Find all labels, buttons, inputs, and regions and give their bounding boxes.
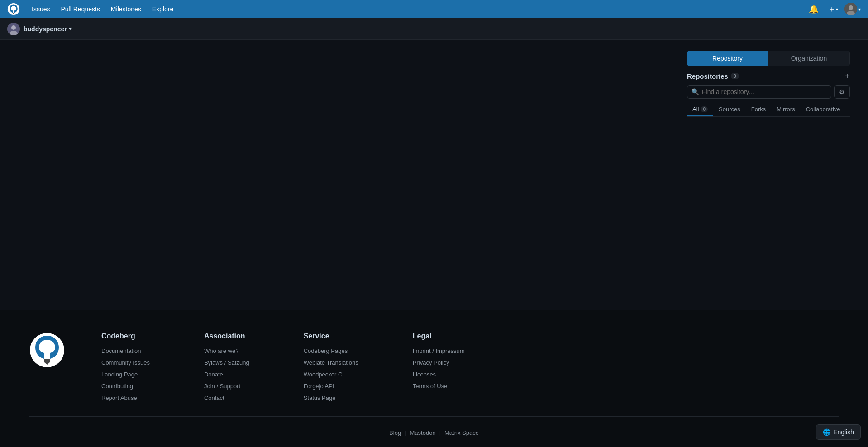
panel-tabs: Repository Organization <box>687 51 850 66</box>
footer-link-contributing[interactable]: Contributing <box>101 383 133 390</box>
footer-link-donate[interactable]: Donate <box>204 371 223 378</box>
filter-button[interactable]: ⚙ <box>834 85 850 99</box>
subtab-sources[interactable]: Sources <box>713 103 746 116</box>
topnav-links: Issues Pull Requests Milestones Explore <box>27 4 806 14</box>
footer-separator-2: | <box>439 429 441 436</box>
svg-point-2 <box>849 5 853 10</box>
nav-milestones[interactable]: Milestones <box>106 4 146 14</box>
userbar-avatar <box>7 23 20 35</box>
svg-point-5 <box>11 25 16 30</box>
bell-icon: 🔔 <box>809 4 819 14</box>
topnav-actions: 🔔 ＋ ▾ ▾ <box>806 2 861 16</box>
footer-link-woodpecker[interactable]: Woodpecker CI <box>304 371 344 378</box>
footer-col-service: Service Codeberg Pages Weblate Translati… <box>304 332 358 402</box>
footer-col-legal: Legal Imprint / Impressum Privacy Policy… <box>413 332 465 402</box>
footer: Codeberg Documentation Community Issues … <box>0 310 868 447</box>
topnav-logo[interactable] <box>7 3 20 15</box>
repo-header: Repositories 0 + <box>687 71 850 81</box>
tab-organization[interactable]: Organization <box>768 51 850 66</box>
footer-link-privacy[interactable]: Privacy Policy <box>413 359 449 366</box>
footer-col-codeberg-heading: Codeberg <box>101 332 150 340</box>
nav-issues[interactable]: Issues <box>27 4 54 14</box>
subtab-collaborative[interactable]: Collaborative <box>801 103 846 116</box>
footer-link-codeberg-pages[interactable]: Codeberg Pages <box>304 347 348 354</box>
avatar <box>844 3 857 15</box>
avatar-caret: ▾ <box>858 7 861 12</box>
footer-link-who-are-we[interactable]: Who are we? <box>204 347 239 354</box>
username-text: buddyspencer <box>24 25 67 33</box>
filter-icon: ⚙ <box>839 88 845 95</box>
repositories-title: Repositories 0 <box>687 72 739 80</box>
repo-subtabs: All 0 Sources Forks Mirrors Collaborativ… <box>687 103 850 117</box>
footer-blog-link[interactable]: Blog <box>389 429 401 436</box>
tab-repository[interactable]: Repository <box>687 51 768 66</box>
globe-icon: 🌐 <box>823 428 830 436</box>
footer-link-status[interactable]: Status Page <box>304 395 336 401</box>
footer-link-documentation[interactable]: Documentation <box>101 347 141 354</box>
create-caret: ▾ <box>836 7 838 12</box>
search-icon: 🔍 <box>692 88 699 95</box>
footer-cols: Codeberg Documentation Community Issues … <box>101 332 839 402</box>
language-label: English <box>833 428 854 436</box>
nav-pull-requests[interactable]: Pull Requests <box>56 4 104 14</box>
username-button[interactable]: buddyspencer ▾ <box>24 25 72 33</box>
userbar: buddyspencer ▾ <box>0 18 868 40</box>
footer-link-imprint[interactable]: Imprint / Impressum <box>413 347 465 354</box>
subtab-all[interactable]: All 0 <box>687 103 713 116</box>
footer-link-join-support[interactable]: Join / Support <box>204 383 240 390</box>
topnav: Issues Pull Requests Milestones Explore … <box>0 0 868 18</box>
search-wrap: 🔍 <box>687 85 831 99</box>
dashboard-panel: Repository Organization Repositories 0 +… <box>687 51 850 120</box>
footer-col-service-heading: Service <box>304 332 358 340</box>
create-button[interactable]: ＋ ▾ <box>825 2 841 16</box>
footer-logo <box>29 332 65 368</box>
subtab-all-count: 0 <box>701 106 708 112</box>
footer-link-contact[interactable]: Contact <box>204 395 224 401</box>
footer-link-report-abuse[interactable]: Report Abuse <box>101 395 137 401</box>
username-caret: ▾ <box>69 26 72 32</box>
main-content: Repository Organization Repositories 0 +… <box>0 40 868 310</box>
repo-search-row: 🔍 ⚙ <box>687 85 850 99</box>
repo-count-badge: 0 <box>731 73 739 79</box>
footer-col-association-heading: Association <box>204 332 249 340</box>
footer-col-codeberg: Codeberg Documentation Community Issues … <box>101 332 150 402</box>
footer-mastodon-link[interactable]: Mastodon <box>410 429 436 436</box>
subtab-forks[interactable]: Forks <box>746 103 772 116</box>
footer-bottom: Blog | Mastodon | Matrix Space <box>29 416 839 447</box>
user-menu[interactable]: ▾ <box>844 3 861 15</box>
nav-explore[interactable]: Explore <box>148 4 178 14</box>
footer-link-forgejo-api[interactable]: Forgejo API <box>304 383 334 390</box>
footer-separator-1: | <box>405 429 406 436</box>
footer-link-weblate[interactable]: Weblate Translations <box>304 359 358 366</box>
plus-icon: ＋ <box>828 4 836 14</box>
search-input[interactable] <box>687 85 831 99</box>
footer-link-community-issues[interactable]: Community Issues <box>101 359 150 366</box>
notifications-button[interactable]: 🔔 <box>806 2 821 16</box>
footer-top: Codeberg Documentation Community Issues … <box>29 332 839 402</box>
add-repo-button[interactable]: + <box>844 71 850 81</box>
footer-col-association: Association Who are we? Bylaws / Satzung… <box>204 332 249 402</box>
subtab-mirrors[interactable]: Mirrors <box>771 103 800 116</box>
language-button[interactable]: 🌐 English <box>816 424 861 440</box>
footer-link-terms[interactable]: Terms of Use <box>413 383 448 390</box>
footer-link-licenses[interactable]: Licenses <box>413 371 436 378</box>
footer-col-legal-heading: Legal <box>413 332 465 340</box>
footer-link-bylaws[interactable]: Bylaws / Satzung <box>204 359 249 366</box>
footer-link-landing-page[interactable]: Landing Page <box>101 371 138 378</box>
footer-matrix-link[interactable]: Matrix Space <box>444 429 479 436</box>
